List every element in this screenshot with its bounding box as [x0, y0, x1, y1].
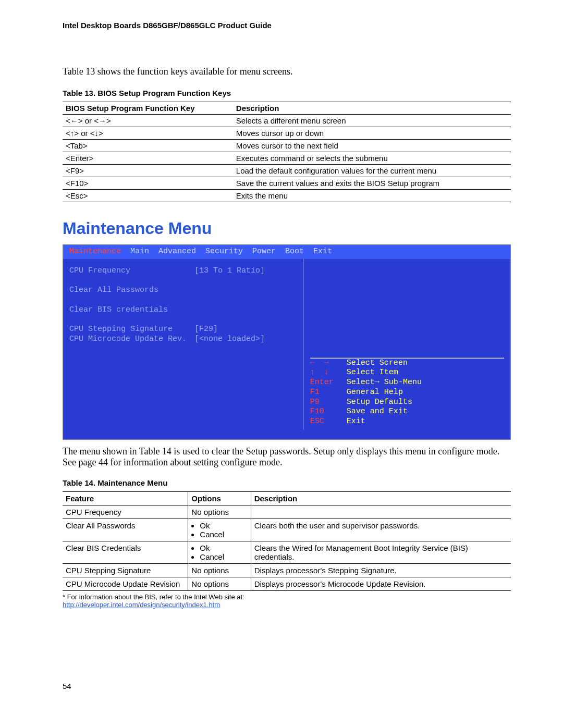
- table13-col2: Description: [233, 102, 511, 115]
- bios-item: CPU Stepping Signature[F29]: [69, 325, 297, 335]
- footnote-link[interactable]: http://developer.intel.com/design/securi…: [63, 601, 220, 609]
- paragraph-after-bios: The menu shown in Table 14 is used to cl…: [63, 446, 511, 468]
- bios-menu-advanced: Advanced: [158, 247, 196, 257]
- page-header: Intel Desktop Boards D865GBF/D865GLC Pro…: [63, 21, 511, 30]
- table14-col3: Description: [251, 491, 511, 505]
- bios-item: Clear BIS credentials: [69, 305, 297, 315]
- table-row: <←> or <→>Selects a different menu scree…: [63, 115, 511, 127]
- bios-menu-power: Power: [252, 247, 276, 257]
- bios-help-row: P9Setup Defaults: [310, 398, 422, 408]
- bios-item: Clear All Passwords: [69, 286, 297, 295]
- bios-item: [69, 276, 297, 286]
- bios-menu-boot: Boot: [285, 247, 304, 257]
- bios-help-row: ESCExit: [310, 417, 422, 427]
- table14: Feature Options Description CPU Frequenc…: [63, 491, 511, 591]
- bios-help-row: F10Save and Exit: [310, 407, 422, 417]
- bios-menubar: MaintenanceMainAdvancedSecurityPowerBoot…: [63, 245, 510, 259]
- table-row: CPU FrequencyNo options: [63, 505, 511, 519]
- bios-screenshot: MaintenanceMainAdvancedSecurityPowerBoot…: [63, 244, 511, 440]
- bios-item: [69, 315, 297, 325]
- bios-menu-maintenance: Maintenance: [69, 247, 121, 257]
- table-row: CPU Stepping SignatureNo optionsDisplays…: [63, 563, 511, 577]
- footnote-text: * For information about the BIS, refer t…: [63, 593, 244, 601]
- bios-help-row: F1General Help: [310, 388, 422, 398]
- bios-item: CPU Frequency[13 To 1 Ratio]: [69, 266, 297, 276]
- table-row: <Tab>Moves cursor to the next field: [63, 140, 511, 152]
- footnote: * For information about the BIS, refer t…: [63, 593, 511, 609]
- table-row: Clear BIS CredentialsOkCancelClears the …: [63, 541, 511, 563]
- table-row: <F9>Load the default configuration value…: [63, 165, 511, 177]
- table-row: CPU Microcode Update RevisionNo optionsD…: [63, 577, 511, 590]
- bios-left-panel: CPU Frequency[13 To 1 Ratio]Clear All Pa…: [63, 259, 303, 430]
- bios-help-row: ↑ ↓Select Item: [310, 368, 422, 378]
- bios-menu-exit: Exit: [313, 247, 332, 257]
- table-row: Clear All PasswordsOkCancelClears both t…: [63, 519, 511, 541]
- intro-text: Table 13 shows the function keys availab…: [63, 66, 511, 77]
- bios-item: CPU Microcode Update Rev.[<none loaded>]: [69, 335, 297, 344]
- bios-right-panel: ← →Select Screen↑ ↓Select ItemEnterSelec…: [303, 259, 510, 430]
- bios-item: [69, 295, 297, 305]
- bios-help-row: ← →Select Screen: [310, 359, 422, 368]
- table14-col1: Feature: [63, 491, 188, 505]
- bios-menu-main: Main: [130, 247, 149, 257]
- bios-help-row: EnterSelect→ Sub-Menu: [310, 378, 422, 388]
- table13-col1: BIOS Setup Program Function Key: [63, 102, 233, 115]
- table-row: <Enter>Executes command or selects the s…: [63, 152, 511, 165]
- table-row: <↑> or <↓>Moves cursor up or down: [63, 127, 511, 140]
- bios-menu-security: Security: [205, 247, 243, 257]
- table13-caption: Table 13. BIOS Setup Program Function Ke…: [63, 89, 511, 97]
- page-number: 54: [63, 682, 511, 690]
- section-title: Maintenance Menu: [63, 219, 511, 238]
- table-row: <Esc>Exits the menu: [63, 190, 511, 202]
- table14-caption: Table 14. Maintenance Menu: [63, 478, 511, 487]
- table13: BIOS Setup Program Function Key Descript…: [63, 102, 511, 202]
- table14-col2: Options: [188, 491, 251, 505]
- table-row: <F10>Save the current values and exits t…: [63, 177, 511, 190]
